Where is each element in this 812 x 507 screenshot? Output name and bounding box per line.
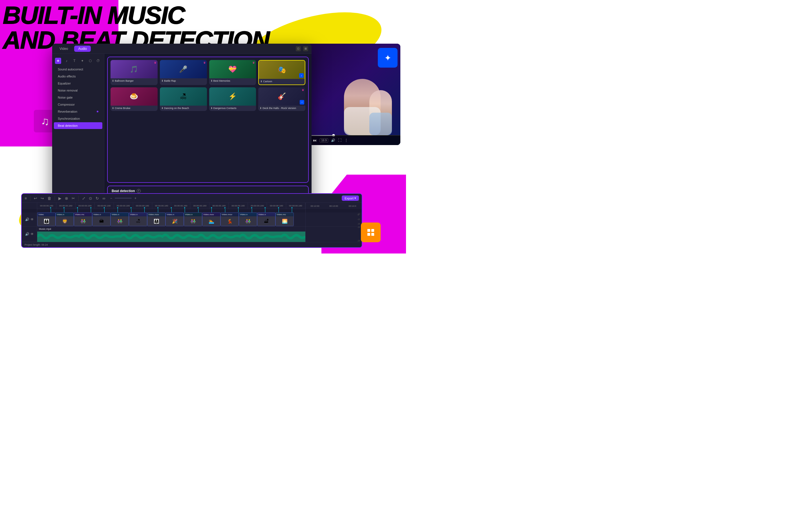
more-options-icon[interactable]: ⋮ — [344, 138, 348, 143]
expand-icon[interactable]: ⛶ — [338, 138, 342, 142]
add-button[interactable]: + — [55, 58, 61, 64]
video-clip-9[interactable]: Video.mov🏊 — [202, 212, 220, 226]
tl-extend-btn[interactable]: ⤢ — [82, 196, 86, 201]
video-clip-2[interactable]: Video.mc👫 — [74, 212, 92, 226]
video-clip-8[interactable]: Video.n👫 — [184, 212, 202, 226]
effects-icon[interactable]: ✦ — [80, 58, 85, 63]
video-clip-10[interactable]: Video.mov💃 — [220, 212, 239, 226]
svg-rect-0 — [367, 229, 370, 232]
music-icon[interactable]: ♪ — [64, 58, 69, 63]
sidebar-item-synchronization[interactable]: Synchronization — [54, 115, 102, 122]
timer-icon[interactable]: ⏱ — [96, 58, 101, 63]
beat-detection-label: Beat detection — [112, 189, 135, 193]
video-clip-12[interactable]: Video.n🏕 — [257, 212, 275, 226]
beat-marker-16 — [265, 209, 265, 212]
topbar-icon-1[interactable]: ⟨⟩ — [296, 46, 301, 51]
tl-cut-btn[interactable]: ✂ — [71, 196, 75, 201]
video-clip-1[interactable]: Video.n🦁 — [56, 212, 74, 226]
video-clip-0[interactable]: Videc👪 — [37, 212, 56, 226]
clip-label-6: Video.mov — [147, 213, 165, 216]
audio-track-label: Music.mp4 — [39, 228, 51, 230]
help-icon[interactable]: ? — [137, 189, 141, 193]
clip-label-0: Videc — [38, 213, 55, 216]
music-card-thumb-0: 🎵♛ — [110, 60, 158, 78]
video-clip-11[interactable]: Video.n👫 — [239, 212, 257, 226]
clip-label-2: Video.mc — [74, 213, 92, 216]
beat-markers-row — [37, 209, 305, 212]
track-area: 🔊 👁 🔊 👁 Videc👪Video.n🦁Video.mc👫Video.n🏔V… — [22, 212, 362, 242]
right-scale-audio: -6 -12 -18 -24 — [357, 194, 360, 247]
video-clip-13[interactable]: Video.mc🌅 — [275, 212, 294, 226]
sidebar-item-equalizer[interactable]: Equalizer — [54, 80, 102, 87]
tl-settings-btn[interactable]: ⊙ — [89, 196, 92, 201]
tl-filter-btn[interactable]: ≡ — [24, 196, 27, 201]
sidebar-item-sound-autocorrect[interactable]: Sound autocorrect — [54, 66, 102, 73]
video-clip-6[interactable]: Video.mov👨‍👩‍👧 — [147, 212, 165, 226]
video-clip-3[interactable]: Video.n🏔 — [92, 212, 110, 226]
sidebar-item-noise-removal[interactable]: Noise removal — [54, 87, 102, 94]
volume-icon[interactable]: 🔊 — [331, 138, 335, 142]
sidebar: + ♪ T ✦ ⬡ ⏱ Sound autocorrectAudio effec… — [52, 54, 104, 207]
tl-trash-btn[interactable]: 🗑 — [47, 196, 51, 201]
sidebar-item-noise-gate[interactable]: Noise gate — [54, 94, 102, 101]
sidebar-dot-indicator — [97, 111, 98, 112]
music-badge-icon: ♪ — [299, 73, 304, 78]
tab-audio[interactable]: Audio — [74, 46, 91, 52]
ai-stars-button[interactable]: ✦ — [378, 48, 398, 68]
video-clip-5[interactable]: Video.n🏖 — [129, 212, 147, 226]
audio-track-eye-icon[interactable]: 👁 — [31, 232, 34, 236]
audio-track-speaker-icon[interactable]: 🔊 — [25, 232, 29, 236]
crown-icon: ♛ — [252, 61, 255, 64]
music-card-7[interactable]: 🎸♛♪⬇Deck the Halls - Rock Version — [258, 87, 305, 111]
music-card-4[interactable]: 🍮⬇Creme Brulee — [110, 87, 158, 111]
video-clip-7[interactable]: Video.n🎉 — [165, 212, 184, 226]
music-card-2[interactable]: 💝♛⬇Best Memories — [209, 60, 256, 85]
preview-ratio[interactable]: 16:9 — [320, 138, 328, 143]
video-track-eye-icon[interactable]: 🔊 — [25, 217, 29, 221]
forward-button[interactable]: ⏭ — [313, 138, 317, 143]
video-track-lock-icon[interactable]: 👁 — [31, 217, 34, 221]
zoom-in-btn[interactable]: + — [133, 196, 138, 201]
zoom-out-btn[interactable]: − — [109, 196, 114, 201]
video-track-controls: 🔊 👁 — [22, 212, 37, 226]
right-ruler-label-0: 00:12:00 — [306, 203, 324, 209]
tl-divider-1 — [30, 196, 31, 201]
tab-video[interactable]: Video — [56, 46, 72, 52]
music-card-label-6: ⬇Dangerous Contacts — [209, 106, 256, 111]
music-card-6[interactable]: ⚡⬇Dangerous Contacts — [209, 87, 256, 111]
tl-rotate-btn[interactable]: ↻ — [96, 196, 99, 201]
audio-track-row: Music.mp4 — [37, 226, 305, 242]
tl-undo-btn[interactable]: ↩ — [34, 196, 37, 201]
sidebar-item-reverberation[interactable]: Reverberation — [54, 108, 102, 115]
music-card-3[interactable]: 🎭♪⬇Cartoon — [258, 60, 305, 85]
music-card-5[interactable]: 🏖⬇Dancing on the Beach — [160, 87, 207, 111]
music-card-label-7: ⬇Deck the Halls - Rock Version — [258, 106, 305, 111]
tl-redo-btn[interactable]: ↪ — [41, 196, 44, 201]
filter-icon[interactable]: ⬡ — [88, 58, 93, 63]
main-content: 🎵♛⬇Ballroom Banger🎤♛⬇Battle Rap💝♛⬇Best M… — [104, 54, 312, 207]
text-icon[interactable]: T — [72, 58, 77, 63]
video-clip-4[interactable]: Video.n👫 — [110, 212, 129, 226]
tl-play-btn[interactable]: ▶ — [58, 196, 61, 201]
sidebar-item-compressor[interactable]: Compressor — [54, 101, 102, 108]
timeline-toolbar: ≡ ↩ ↪ 🗑 ▶ ⊗ ✂ ⤢ ⊙ ↻ ∞ − + Export ▾ — [22, 194, 362, 203]
ruler-label-1: 00:00:00.160 — [56, 203, 75, 209]
sidebar-item-beat-detection[interactable]: Beat detection — [54, 122, 102, 129]
tl-link-btn[interactable]: ∞ — [102, 196, 105, 201]
music-card-label-1: ⬇Battle Rap — [160, 78, 207, 84]
music-card-0[interactable]: 🎵♛⬇Ballroom Banger — [110, 60, 158, 85]
sidebar-item-audio-effects[interactable]: Audio effects — [54, 73, 102, 80]
right-ruler-label-1: 00:13:00 — [324, 203, 343, 209]
sidebar-menu: Sound autocorrectAudio effectsEqualizerN… — [52, 66, 104, 129]
clip-thumb-2: 👫 — [74, 216, 92, 226]
music-card-1[interactable]: 🎤♛⬇Battle Rap — [160, 60, 207, 85]
waveform-svg — [37, 231, 305, 242]
clip-label-12: Video.n — [257, 213, 275, 216]
export-button[interactable]: Export ▾ — [342, 195, 359, 201]
beat-panel-title: Beat detection ? — [112, 189, 304, 193]
tl-stop-btn[interactable]: ⊗ — [65, 196, 68, 201]
zoom-slider[interactable] — [115, 198, 132, 199]
cursor-button[interactable] — [361, 223, 380, 242]
topbar-icon-2[interactable]: ⊞ — [303, 46, 308, 51]
beat-marker-5 — [117, 209, 118, 212]
